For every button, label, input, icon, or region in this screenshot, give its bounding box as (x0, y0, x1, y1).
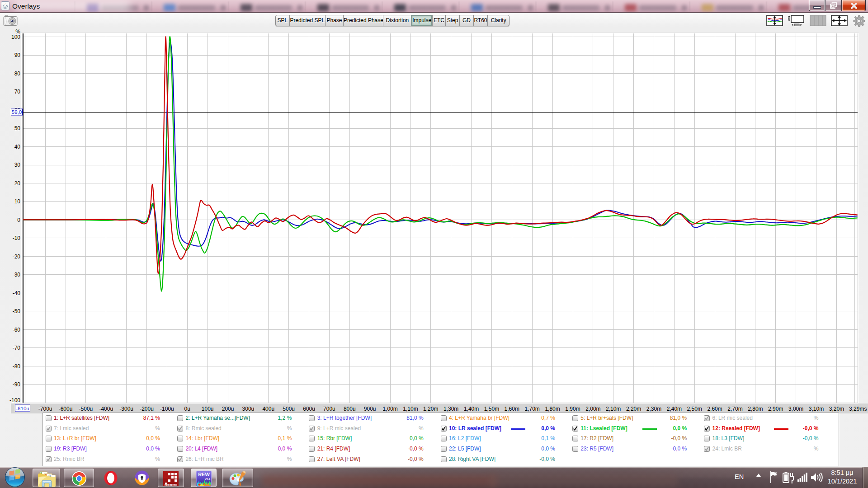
svg-text:2,20m: 2,20m (626, 406, 641, 412)
svg-text:L·ta·S·-SE·O: L·ta·S·-SE·O (165, 484, 177, 486)
svg-text:2,00m: 2,00m (585, 406, 600, 412)
svg-text:-810u: -810u (16, 406, 29, 411)
svg-text:0: 0 (17, 217, 20, 223)
svg-text:1,60m: 1,60m (505, 406, 519, 412)
svg-text:1,40m: 1,40m (464, 406, 479, 412)
svg-text:-40: -40 (13, 290, 21, 296)
svg-text:30: 30 (14, 162, 21, 168)
svg-text:2,80m: 2,80m (748, 406, 763, 412)
svg-text:3,20m: 3,20m (829, 406, 844, 412)
svg-text:1,50m: 1,50m (484, 406, 499, 412)
svg-text:-400u: -400u (99, 406, 113, 412)
svg-text:REW: REW (198, 472, 210, 477)
svg-text:600u: 600u (303, 406, 315, 412)
svg-text:2,10m: 2,10m (606, 406, 621, 412)
svg-text:-90: -90 (13, 381, 21, 388)
svg-text:-70: -70 (13, 345, 21, 351)
svg-text:2,90m: 2,90m (768, 406, 783, 412)
svg-text:1,80m: 1,80m (545, 406, 560, 412)
svg-text:-600u: -600u (59, 406, 73, 412)
svg-text:1,20m: 1,20m (423, 406, 438, 412)
svg-text:1,30m: 1,30m (443, 406, 458, 412)
svg-text:3,10m: 3,10m (809, 406, 824, 412)
svg-text:80: 80 (14, 70, 21, 77)
svg-text:100u: 100u (202, 406, 214, 412)
svg-text:20: 20 (14, 180, 21, 187)
svg-text:1,90m: 1,90m (565, 406, 580, 412)
svg-text:90: 90 (14, 52, 21, 58)
svg-text:-60: -60 (13, 327, 21, 333)
svg-text:1,10m: 1,10m (403, 406, 418, 412)
svg-text:3,00m: 3,00m (788, 406, 803, 412)
svg-text:-20: -20 (13, 253, 21, 260)
svg-text:70: 70 (14, 89, 21, 95)
svg-text:-80: -80 (13, 363, 21, 370)
svg-text:400u: 400u (262, 406, 274, 412)
svg-text:-30: -30 (13, 272, 21, 278)
svg-text:40: 40 (14, 144, 21, 150)
svg-text:-100u: -100u (160, 406, 174, 412)
svg-text:-10: -10 (13, 235, 21, 241)
svg-text:200u: 200u (222, 406, 234, 412)
svg-text:-300u: -300u (119, 406, 133, 412)
svg-text:10: 10 (14, 198, 21, 205)
svg-text:2,30m: 2,30m (646, 406, 661, 412)
svg-text:2,60m: 2,60m (707, 406, 722, 412)
svg-text:0u: 0u (184, 406, 190, 412)
svg-text:V5.1: V5.1 (204, 478, 210, 480)
svg-text:900u: 900u (364, 406, 376, 412)
svg-text:3,29ms: 3,29ms (849, 406, 867, 412)
svg-text:-100: -100 (9, 397, 20, 404)
svg-text:300u: 300u (242, 406, 255, 412)
svg-text:1,00m: 1,00m (382, 406, 397, 412)
svg-text:100: 100 (11, 34, 20, 40)
svg-text:2,40m: 2,40m (667, 406, 682, 412)
svg-text:-200u: -200u (140, 406, 154, 412)
svg-text:800u: 800u (344, 406, 356, 412)
svg-text:500u: 500u (283, 406, 295, 412)
svg-text:-50: -50 (13, 308, 21, 314)
svg-text:-700u: -700u (38, 406, 52, 412)
svg-text:59,0: 59,0 (12, 109, 22, 115)
svg-text:1,70m: 1,70m (525, 406, 540, 412)
svg-text:-500u: -500u (79, 406, 93, 412)
svg-text:50: 50 (14, 125, 21, 131)
svg-text:2,50m: 2,50m (687, 406, 702, 412)
svg-text:2,70m: 2,70m (727, 406, 742, 412)
svg-text:700u: 700u (323, 406, 335, 412)
